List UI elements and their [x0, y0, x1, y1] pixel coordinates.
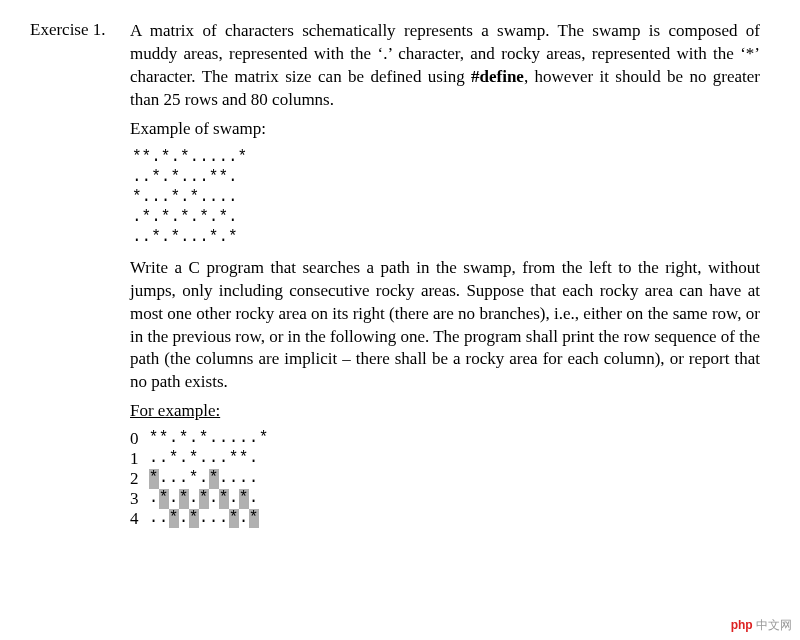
grid-cell: *: [239, 449, 249, 469]
grid-cell: *: [189, 469, 199, 489]
grid-cell: *: [239, 489, 249, 509]
grid-cell: *: [219, 489, 229, 509]
grid-row: .*.*.*.*.*.: [149, 489, 269, 509]
grid-cell: .: [209, 429, 219, 449]
grid-cell: *: [149, 429, 159, 449]
grid-cell: *: [179, 429, 189, 449]
grid-cell: .: [199, 449, 209, 469]
grid-row: **.*.*.....*: [149, 429, 269, 449]
grid-cell: .: [169, 429, 179, 449]
grid-cell: .: [159, 509, 169, 529]
grid-cell: *: [249, 509, 259, 529]
grid-cell: *: [159, 489, 169, 509]
grid-cell: .: [189, 429, 199, 449]
grid-cell: .: [179, 469, 189, 489]
paragraph-2: Write a C program that searches a path i…: [130, 257, 760, 395]
grid-cell: .: [239, 469, 249, 489]
example-heading: Example of swamp:: [130, 118, 760, 141]
grid-cell: .: [219, 469, 229, 489]
grid-cell: .: [149, 509, 159, 529]
grid-cell: .: [189, 489, 199, 509]
grid-cell: *: [199, 489, 209, 509]
for-example-heading: For example:: [130, 400, 760, 423]
grid-row: ..*.*...*.*: [149, 509, 269, 529]
grid-cell: *: [169, 509, 179, 529]
grid-cell: .: [159, 449, 169, 469]
grid-cell: .: [149, 489, 159, 509]
grid-cell: .: [219, 449, 229, 469]
grid-cell: .: [199, 469, 209, 489]
grid-cell: *: [259, 429, 269, 449]
grid-cell: .: [209, 509, 219, 529]
row-numbers: 0 1 2 3 4: [130, 429, 139, 529]
grid-cell: *: [229, 449, 239, 469]
grid-cell: .: [249, 449, 259, 469]
grid-cell: .: [229, 489, 239, 509]
watermark: php 中文网: [731, 617, 792, 634]
swamp-example-2: 0 1 2 3 4 **.*.*.....*..*.*...**.*...*.*…: [130, 429, 760, 529]
grid-cell: .: [239, 509, 249, 529]
grid-cell: *: [159, 429, 169, 449]
paragraph-1: A matrix of characters schematically rep…: [130, 20, 760, 112]
grid-cell: .: [249, 429, 259, 449]
grid-cell: .: [209, 489, 219, 509]
grid-cell: .: [159, 469, 169, 489]
grid-cell: .: [209, 449, 219, 469]
swamp-grid: **.*.*.....*..*.*...**.*...*.*.....*.*.*…: [149, 429, 269, 528]
grid-cell: .: [169, 489, 179, 509]
grid-cell: *: [209, 469, 219, 489]
grid-row: *...*.*....: [149, 469, 269, 489]
grid-row: ..*.*...**.: [149, 449, 269, 469]
exercise-label: Exercise 1.: [30, 20, 130, 40]
grid-cell: *: [179, 489, 189, 509]
grid-cell: *: [189, 509, 199, 529]
grid-cell: *: [169, 449, 179, 469]
grid-cell: *: [229, 509, 239, 529]
grid-cell: .: [249, 489, 259, 509]
grid-cell: .: [249, 469, 259, 489]
swamp-example-1: **.*.*.....* ..*.*...**. *...*.*.... .*.…: [132, 147, 760, 247]
grid-cell: .: [229, 469, 239, 489]
grid-cell: .: [229, 429, 239, 449]
grid-cell: *: [149, 469, 159, 489]
grid-cell: *: [199, 429, 209, 449]
grid-cell: .: [219, 429, 229, 449]
grid-cell: .: [179, 509, 189, 529]
grid-cell: *: [189, 449, 199, 469]
grid-cell: .: [239, 429, 249, 449]
grid-cell: .: [169, 469, 179, 489]
grid-cell: .: [219, 509, 229, 529]
grid-cell: .: [149, 449, 159, 469]
grid-cell: .: [199, 509, 209, 529]
grid-cell: .: [179, 449, 189, 469]
